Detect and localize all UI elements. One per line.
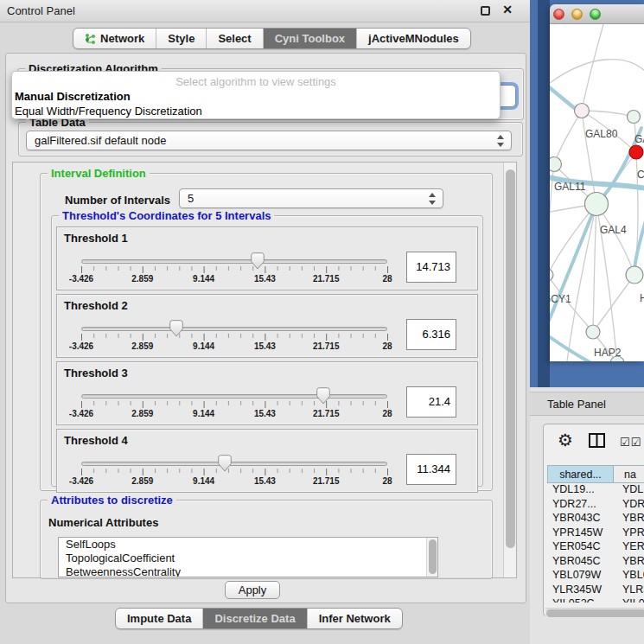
cell-shared-name: YLR345W: [547, 583, 614, 598]
interval-definition-group: Interval Definition Number of Intervals …: [40, 173, 493, 491]
slider-track[interactable]: [81, 394, 387, 399]
bottom-tab-bar: Impute DataDiscretize DataInfer Network: [115, 608, 403, 629]
network-edge: [634, 218, 644, 268]
cell-shared-name: YIL052C: [547, 597, 614, 603]
tab-select[interactable]: Select: [206, 29, 262, 48]
scale-label: 28: [366, 409, 409, 418]
network-node-ga[interactable]: [628, 111, 641, 124]
network-window-titlebar[interactable]: [550, 4, 644, 24]
threshold-row-3: Threshold 3-3.4262.8599.14415.4321.71528…: [56, 361, 478, 425]
slider-track[interactable]: [81, 462, 387, 466]
table-row[interactable]: YBR043CYBR0: [547, 512, 644, 526]
close-icon[interactable]: ✕: [502, 3, 513, 16]
tab-style[interactable]: Style: [156, 29, 206, 48]
scale-label: 28: [366, 476, 409, 486]
tab-label: jActiveMNodules: [368, 29, 459, 48]
columns-icon[interactable]: [589, 433, 605, 448]
slider-track[interactable]: [81, 327, 387, 331]
numerical-attributes-label: Numerical Attributes: [48, 516, 158, 529]
network-edge: [593, 275, 634, 332]
scale-label: 28: [366, 341, 409, 351]
threshold-row-1: Threshold 1-3.4262.8599.14415.4321.71528…: [56, 226, 478, 290]
table-row[interactable]: YER054CYER0: [547, 540, 644, 555]
desktop-edge: [538, 0, 550, 387]
table-row[interactable]: YDR27...YDR2: [547, 498, 644, 513]
threshold-value-field[interactable]: 11.344: [406, 454, 456, 485]
network-node-gal80[interactable]: [575, 104, 590, 118]
network-graph: GAL80GACGAL11GAL4GCY1HHAP2: [550, 24, 644, 361]
attributes-group: Attributes to discretize Numerical Attri…: [40, 500, 493, 579]
tab-discretize-data[interactable]: Discretize Data: [202, 609, 306, 628]
table-row[interactable]: YBR045CYBR0: [547, 555, 644, 570]
network-node-hap2[interactable]: [586, 325, 600, 339]
threshold-value-field[interactable]: 21.4: [406, 386, 456, 418]
tab-jactivemnodules[interactable]: jActiveMNodules: [356, 29, 470, 48]
cell-name: YBR0: [614, 512, 644, 526]
cell-name: YLR3: [614, 583, 644, 598]
attributes-scrollbar[interactable]: [426, 538, 437, 577]
network-tree-icon: [85, 33, 96, 45]
network-node-gal4[interactable]: [585, 193, 609, 216]
network-node-h[interactable]: [626, 266, 643, 284]
table-row[interactable]: YDL19...YDL1: [547, 483, 644, 498]
network-edge: [554, 111, 582, 164]
node-label: GA: [634, 133, 644, 145]
network-node-c[interactable]: [629, 145, 643, 159]
tab-label: Cyni Toolbox: [275, 29, 345, 48]
scale-label: 28: [366, 274, 409, 284]
scale-label: 2.859: [121, 341, 164, 351]
dropdown-option-equal-width[interactable]: Equal Width/Frequency Discretization: [15, 105, 202, 118]
threshold-row-2: Threshold 2-3.4262.8599.14415.4321.71528…: [56, 294, 478, 358]
attribute-item[interactable]: TopologicalCoefficient: [59, 552, 437, 565]
attributes-list: SelfLoopsTopologicalCoefficientBetweenne…: [59, 538, 437, 577]
settings-scrollbar[interactable]: [503, 163, 516, 577]
network-canvas[interactable]: GAL80GACGAL11GAL4GCY1HHAP2: [550, 24, 644, 361]
cell-name: YPR1: [614, 526, 644, 541]
cell-shared-name: YBR045C: [547, 555, 614, 570]
tab-label: Discretize Data: [214, 609, 295, 628]
attributes-listbox[interactable]: SelfLoopsTopologicalCoefficientBetweenne…: [58, 537, 438, 577]
scale-label: 15.43: [243, 409, 286, 418]
table-row[interactable]: YLR345WYLR3: [547, 583, 644, 598]
cell-shared-name: YBR043C: [547, 512, 614, 526]
scale-label: 15.43: [243, 476, 286, 486]
cell-shared-name: YER054C: [547, 540, 614, 555]
column-header-name[interactable]: na: [614, 466, 644, 482]
table-hscrollbar[interactable]: [545, 608, 644, 618]
table-row[interactable]: YIL052CYIL0: [547, 597, 644, 603]
number-of-intervals-combobox[interactable]: 5: [179, 188, 443, 208]
threshold-value-field[interactable]: 14.713: [406, 252, 456, 283]
zoom-traffic-light[interactable]: [590, 9, 601, 20]
network-view-window: GAL80GACGAL11GAL4GCY1HHAP2: [550, 4, 644, 361]
combo-arrows-icon: [429, 193, 437, 205]
tab-network[interactable]: Network: [73, 29, 156, 48]
algorithm-dropdown-popup: Select algorithm to view settings Manual…: [11, 71, 501, 119]
threshold-value-field[interactable]: 6.316: [406, 319, 456, 350]
table-row[interactable]: YPR145WYPR1: [547, 526, 644, 541]
tab-impute-data[interactable]: Impute Data: [116, 609, 202, 628]
table-header-row[interactable]: shared... na: [547, 465, 644, 483]
network-node-gal11[interactable]: [550, 157, 562, 172]
float-window-icon[interactable]: [481, 6, 490, 16]
network-edge: [550, 204, 596, 339]
interval-definition-title: Interval Definition: [48, 167, 150, 180]
tab-label: Network: [100, 29, 144, 48]
apply-button[interactable]: Apply: [225, 581, 280, 599]
cell-name: YBL0: [614, 569, 644, 583]
attribute-item[interactable]: BetweennessCentrality: [59, 565, 437, 577]
column-header-shared-name[interactable]: shared...: [548, 466, 614, 482]
checkbox-pair-icon[interactable]: ☑☑: [620, 436, 641, 449]
minimize-traffic-light[interactable]: [571, 9, 583, 20]
node-table[interactable]: shared... na YDL19...YDL1YDR27...YDR2YBR…: [547, 465, 644, 605]
table-data-combobox[interactable]: galFiltered.sif default node: [26, 131, 512, 150]
tab-cyni-toolbox[interactable]: Cyni Toolbox: [263, 29, 356, 48]
scale-label: 2.859: [121, 409, 164, 418]
slider-track[interactable]: [81, 259, 387, 264]
table-row[interactable]: YBL079WYBL0: [547, 569, 644, 583]
close-traffic-light[interactable]: [553, 9, 564, 20]
gear-icon[interactable]: ⚙: [558, 430, 573, 450]
attribute-item[interactable]: SelfLoops: [59, 538, 437, 552]
network-node-gcy1[interactable]: [550, 269, 553, 281]
dropdown-option-manual[interactable]: Manual Discretization: [15, 90, 131, 103]
tab-infer-network[interactable]: Infer Network: [307, 609, 402, 628]
